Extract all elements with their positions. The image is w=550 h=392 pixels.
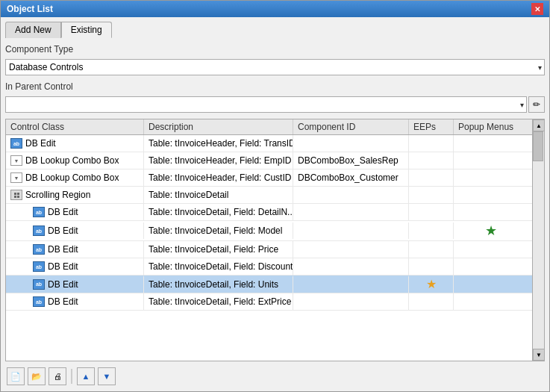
- dbedit-icon: ab: [33, 261, 45, 273]
- component-type-row: Database Controls ▾: [5, 59, 545, 75]
- cell-control-class: ab DB Edit: [6, 276, 144, 293]
- close-button[interactable]: ✕: [531, 3, 543, 15]
- table-row[interactable]: ab DB Edit Table: tInvoiceDetail, Field:…: [6, 204, 532, 221]
- move-down-button[interactable]: ▼: [98, 367, 116, 385]
- parent-control-edit-button[interactable]: ✏: [528, 96, 545, 113]
- cell-component-id: [293, 204, 409, 220]
- dbedit-icon: ab: [10, 137, 22, 149]
- parent-control-row: ▾ ✏: [5, 96, 545, 113]
- window-title: Object List: [7, 4, 53, 14]
- cell-eeps: [409, 152, 454, 169]
- cell-control-class: ▼ DB Lookup Combo Box: [6, 169, 144, 186]
- cell-description: Table: tInvoiceDetail: [144, 187, 293, 203]
- move-up-button[interactable]: ▲: [77, 367, 95, 385]
- cell-eeps: [409, 258, 454, 275]
- cell-control-class: Scrolling Region: [6, 187, 144, 203]
- cell-description: Table: tInvoiceDetail, Field: Price: [144, 241, 293, 258]
- table-header: Control Class Description Component ID E…: [6, 119, 532, 135]
- new-icon: 📄: [10, 372, 21, 382]
- content-area: Add New Existing Component Type Database…: [1, 17, 549, 391]
- cell-popup-menus: [454, 276, 528, 293]
- cell-control-class: ab DB Edit: [6, 258, 144, 275]
- table-row[interactable]: ab DB Edit Table: tInvoiceDetail, Field:…: [6, 276, 532, 293]
- object-table-container: Control Class Description Component ID E…: [5, 119, 545, 361]
- print-button[interactable]: 🖨: [49, 367, 66, 385]
- toolbar: 📄 📂 🖨 ▲ ▼: [5, 364, 545, 387]
- open-icon: 📂: [31, 372, 42, 382]
- tabs-container: Add New Existing: [5, 22, 545, 38]
- table-row[interactable]: Scrolling Region Table: tInvoiceDetail: [6, 187, 532, 204]
- table-row[interactable]: ab DB Edit Table: tInvoiceDetail, Field:…: [6, 221, 532, 241]
- cell-component-id: [293, 241, 409, 258]
- scroll-region-icon: [10, 189, 22, 201]
- cell-component-id: [293, 276, 409, 293]
- scrollbar[interactable]: ▲ ▼: [532, 119, 544, 361]
- cell-component-id: DBComboBox_Customer: [293, 169, 409, 186]
- object-table: Control Class Description Component ID E…: [6, 119, 532, 361]
- new-button[interactable]: 📄: [7, 367, 25, 385]
- cell-control-class: ab DB Edit: [6, 293, 144, 310]
- object-list-window: Object List ✕ Add New Existing Component…: [0, 0, 550, 392]
- down-arrow-icon: ▼: [103, 372, 111, 381]
- component-type-select[interactable]: Database Controls: [5, 59, 545, 75]
- cell-description: Table: tInvoiceHeader, Field: CustID: [144, 169, 293, 186]
- header-description: Description: [144, 119, 293, 134]
- dblookup-icon: ▼: [10, 172, 22, 184]
- dbedit-icon: ab: [33, 206, 45, 218]
- title-bar: Object List ✕: [1, 1, 549, 17]
- parent-control-dropdown-wrapper: ▾: [5, 96, 527, 113]
- cell-description: Table: tInvoiceDetail, Field: Discount: [144, 258, 293, 275]
- header-component-id: Component ID: [293, 119, 409, 134]
- cell-popup-menus: [454, 258, 528, 275]
- tab-add-new[interactable]: Add New: [5, 22, 61, 38]
- cell-description: Table: tInvoiceDetail, Field: Model: [144, 223, 293, 239]
- component-type-dropdown-wrapper: Database Controls ▾: [5, 59, 545, 75]
- cell-popup-menus: [454, 293, 528, 310]
- cell-eeps: [409, 293, 454, 310]
- parent-control-select[interactable]: [5, 96, 527, 113]
- cell-eeps: [409, 223, 454, 239]
- table-row[interactable]: ▼ DB Lookup Combo Box Table: tInvoiceHea…: [6, 169, 532, 187]
- cell-description: Table: tInvoiceHeader, Field: TransID: [144, 135, 293, 152]
- cell-component-id: [293, 258, 409, 275]
- cell-eeps: ★: [409, 276, 454, 293]
- cell-eeps: [409, 169, 454, 186]
- cell-eeps: [409, 204, 454, 220]
- table-row[interactable]: ab DB Edit Table: tInvoiceDetail, Field:…: [6, 258, 532, 276]
- cell-control-class: ab DB Edit: [6, 204, 144, 220]
- table-body: ab DB Edit Table: tInvoiceHeader, Field:…: [6, 135, 532, 361]
- cell-control-class: ab DB Edit: [6, 223, 144, 239]
- cell-eeps: [409, 241, 454, 258]
- dblookup-icon: ▼: [10, 155, 22, 167]
- scroll-down-button[interactable]: ▼: [533, 349, 545, 361]
- cell-popup-menus: [454, 241, 528, 258]
- header-control-class: Control Class: [6, 119, 144, 134]
- cell-component-id: [293, 187, 409, 203]
- tab-existing[interactable]: Existing: [61, 22, 112, 38]
- scroll-thumb[interactable]: [533, 131, 543, 161]
- open-button[interactable]: 📂: [28, 367, 46, 385]
- scroll-up-button[interactable]: ▲: [533, 119, 545, 131]
- green-star-icon: ★: [485, 223, 497, 239]
- cell-popup-menus: ★: [454, 221, 528, 240]
- dbedit-icon: ab: [33, 279, 45, 290]
- cell-description: Table: tInvoiceDetail, Field: ExtPrice: [144, 293, 293, 310]
- scroll-track: [533, 131, 544, 349]
- cell-popup-menus: [454, 169, 528, 186]
- print-icon: 🖨: [54, 372, 62, 381]
- cell-popup-menus: [454, 187, 528, 203]
- cell-description: Table: tInvoiceDetail, Field: Units: [144, 276, 293, 293]
- cell-control-class: ▼ DB Lookup Combo Box: [6, 152, 144, 169]
- cell-component-id: DBComboBox_SalesRep: [293, 152, 409, 169]
- dbedit-icon: ab: [33, 225, 45, 237]
- pencil-icon: ✏: [533, 99, 540, 110]
- table-row[interactable]: ab DB Edit Table: tInvoiceDetail, Field:…: [6, 293, 532, 311]
- toolbar-separator: [71, 369, 72, 384]
- cell-component-id: [293, 135, 409, 152]
- table-row[interactable]: ab DB Edit Table: tInvoiceDetail, Field:…: [6, 241, 532, 258]
- table-row[interactable]: ▼ DB Lookup Combo Box Table: tInvoiceHea…: [6, 152, 532, 169]
- gold-star-icon: ★: [426, 277, 437, 291]
- dbedit-icon: ab: [33, 243, 45, 255]
- cell-control-class: ab DB Edit: [6, 241, 144, 258]
- table-row[interactable]: ab DB Edit Table: tInvoiceHeader, Field:…: [6, 135, 532, 152]
